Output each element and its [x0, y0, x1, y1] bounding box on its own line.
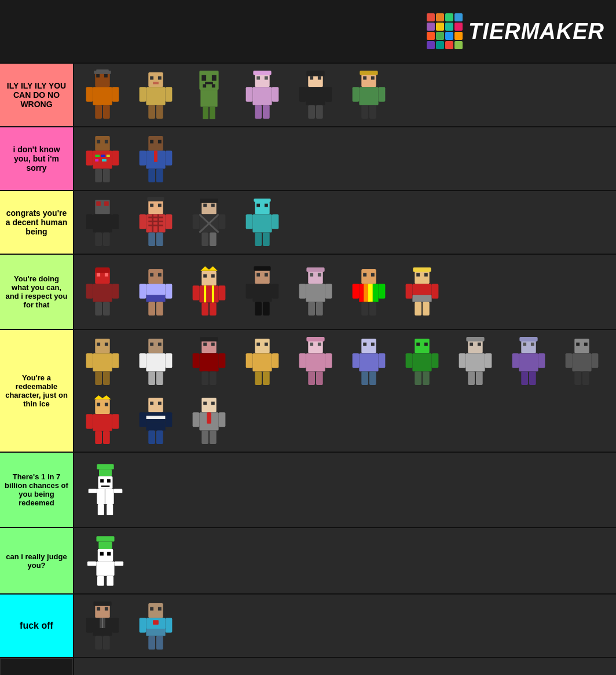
svg-rect-241: [415, 372, 421, 385]
svg-rect-162: [308, 302, 315, 316]
svg-rect-118: [254, 199, 270, 202]
svg-rect-18: [166, 87, 173, 101]
svg-rect-260: [529, 372, 536, 385]
svg-rect-69: [150, 140, 153, 144]
tier-content-respect: [73, 255, 616, 329]
svg-rect-60: [101, 155, 105, 157]
svg-rect-12: [158, 76, 162, 80]
svg-rect-335: [158, 607, 162, 611]
tier-row-ily: ILY ILY ILY YOU CAN DO NO WRONG: [0, 64, 616, 127]
svg-rect-209: [210, 372, 217, 385]
svg-rect-317: [96, 561, 114, 575]
list-item: [396, 263, 448, 321]
svg-rect-180: [424, 273, 428, 277]
svg-rect-117: [272, 214, 279, 229]
svg-rect-172: [373, 284, 379, 302]
svg-rect-207: [199, 353, 218, 371]
logo-text: TiERMAKER: [468, 19, 604, 44]
svg-rect-279: [112, 414, 119, 428]
svg-rect-50: [361, 105, 368, 119]
svg-rect-211: [219, 353, 226, 368]
svg-rect-295: [207, 412, 211, 424]
logo-cell: [427, 41, 435, 49]
svg-rect-205: [203, 343, 207, 346]
svg-rect-113: [252, 214, 272, 232]
char-figure: [508, 336, 549, 387]
svg-rect-324: [97, 607, 100, 611]
tier-row-fuckoff: fuck off: [0, 595, 616, 658]
svg-rect-91: [148, 225, 163, 226]
svg-rect-247: [470, 343, 473, 346]
svg-rect-200: [156, 372, 163, 385]
svg-rect-64: [95, 169, 102, 182]
svg-rect-299: [219, 412, 226, 427]
svg-rect-61: [107, 155, 110, 157]
svg-rect-27: [210, 107, 215, 120]
svg-rect-86: [150, 204, 153, 207]
list-item: [289, 66, 342, 124]
svg-rect-282: [158, 402, 162, 405]
svg-rect-9: [96, 69, 109, 73]
svg-rect-243: [406, 353, 413, 368]
svg-rect-276: [95, 431, 102, 444]
svg-rect-124: [95, 302, 102, 316]
svg-rect-240: [412, 353, 431, 371]
list-item: [183, 263, 235, 321]
svg-rect-83: [86, 214, 93, 229]
svg-rect-283: [146, 412, 165, 416]
svg-rect-141: [199, 285, 218, 302]
logo-cell: [436, 23, 444, 31]
svg-rect-140: [211, 274, 215, 278]
svg-rect-323: [93, 601, 111, 606]
char-figure: [402, 266, 442, 317]
svg-rect-319: [107, 575, 113, 585]
svg-rect-175: [353, 284, 360, 298]
svg-rect-194: [112, 353, 119, 368]
tier-row-judge: can i really judge you?: [0, 528, 616, 595]
svg-rect-74: [156, 169, 163, 182]
char-figure: [189, 266, 229, 317]
svg-rect-255: [519, 337, 537, 342]
tier-label-billion: There's 1 in 7 billion chances of you be…: [0, 453, 73, 527]
svg-rect-41: [306, 87, 325, 105]
svg-rect-62: [95, 159, 98, 162]
list-item: [130, 263, 182, 321]
svg-rect-334: [150, 607, 153, 611]
svg-rect-242: [423, 372, 430, 385]
svg-rect-93: [157, 214, 159, 232]
svg-rect-152: [252, 284, 272, 302]
svg-rect-165: [325, 284, 332, 298]
svg-rect-30: [265, 76, 268, 80]
svg-rect-40: [318, 76, 321, 80]
svg-rect-227: [299, 353, 306, 368]
svg-rect-151: [265, 273, 268, 277]
svg-rect-1: [96, 74, 100, 78]
svg-rect-135: [140, 284, 146, 298]
tier-content-judge: [73, 528, 616, 593]
svg-rect-133: [148, 302, 155, 316]
char-figure: [295, 336, 336, 387]
tier-row-sorry: i don't know you, but i'm sorry: [0, 127, 616, 191]
tier-label-ily: ILY ILY ILY YOU CAN DO NO WRONG: [0, 64, 73, 126]
svg-rect-73: [148, 169, 155, 182]
svg-rect-316: [107, 552, 111, 555]
list-item: [343, 332, 395, 390]
tier-label-die: DIE OMG JUST AHH GO DIE IDK MAN GET SLAP…: [0, 658, 73, 675]
svg-rect-102: [211, 204, 215, 207]
svg-rect-136: [166, 284, 173, 298]
svg-rect-261: [512, 353, 519, 368]
svg-rect-320: [87, 561, 97, 566]
list-item: [236, 263, 288, 321]
logo-cell: [427, 13, 435, 21]
svg-rect-70: [158, 140, 162, 144]
list-item: [183, 332, 235, 390]
svg-rect-82: [103, 233, 110, 246]
svg-rect-147: [219, 285, 226, 300]
svg-rect-24: [212, 84, 215, 87]
svg-rect-232: [359, 353, 378, 371]
svg-rect-48: [371, 76, 375, 80]
svg-rect-20: [201, 75, 206, 81]
char-figure: [455, 336, 496, 387]
list-item: [76, 530, 134, 591]
svg-rect-38: [306, 71, 324, 76]
